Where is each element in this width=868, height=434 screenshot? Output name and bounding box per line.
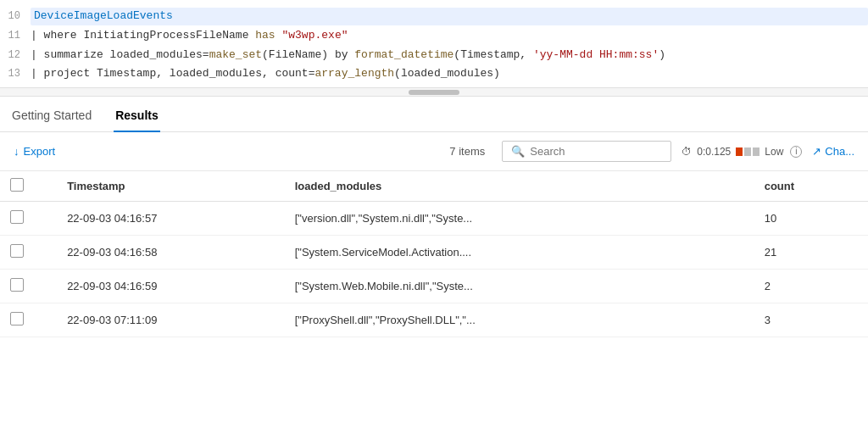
cell-count: 2 (754, 270, 868, 303)
bar-gray-1 (744, 147, 751, 156)
cell-timestamp: 22-09-03 04:16:58 (57, 236, 285, 270)
export-button[interactable]: ↓ Export (14, 145, 55, 158)
cell-modules: ["System.ServiceModel.Activation.... (285, 236, 754, 270)
search-input[interactable] (530, 145, 662, 158)
item-count: 7 items (449, 145, 485, 158)
line-content: DeviceImageLoadEvents (31, 8, 868, 25)
line-content: | project Timestamp, loaded_modules, cou… (31, 65, 868, 83)
row-checkbox[interactable] (10, 210, 24, 224)
cell-modules: ["version.dll","System.ni.dll","Syste... (285, 202, 754, 236)
timing-value: 0:0.125 (697, 146, 731, 158)
cell-count: 3 (754, 303, 868, 337)
th-loaded-modules: loaded_modules (285, 171, 754, 202)
line-number: 12 (0, 47, 31, 64)
clock-icon: ⏱ (682, 146, 692, 158)
download-icon: ↓ (14, 145, 19, 158)
scrollbar-thumb[interactable] (409, 90, 459, 95)
code-line-13: 13| project Timestamp, loaded_modules, c… (0, 64, 868, 84)
row-checkbox-cell (0, 270, 57, 303)
row-checkbox-cell (0, 202, 57, 236)
table-body: 22-09-03 04:16:57["version.dll","System.… (0, 202, 868, 337)
table-row: 22-09-03 04:16:59["System.Web.Mobile.ni.… (0, 270, 868, 303)
results-table: Timestamp loaded_modules count 22-09-03 … (0, 171, 868, 337)
row-checkbox-cell (0, 236, 57, 270)
th-count: count (754, 171, 868, 202)
line-content: | summarize loaded_modules=make_set(File… (31, 47, 868, 64)
line-number: 10 (0, 8, 31, 25)
row-checkbox[interactable] (10, 278, 24, 292)
tabs-bar: Getting StartedResults (0, 97, 868, 132)
tab-results[interactable]: Results (114, 103, 160, 132)
info-icon[interactable]: i (790, 146, 802, 158)
chart-label: Cha... (825, 145, 854, 158)
bar-orange (736, 147, 743, 156)
search-box[interactable]: 🔍 (502, 141, 671, 162)
th-checkbox (0, 171, 57, 202)
results-toolbar: ↓ Export 7 items 🔍 ⏱ 0:0.125 Low i ↗ Cha… (0, 132, 868, 171)
performance-bars (736, 147, 760, 156)
cell-timestamp: 22-09-03 07:11:09 (57, 303, 285, 337)
cell-timestamp: 22-09-03 04:16:59 (57, 270, 285, 303)
horizontal-scrollbar[interactable] (0, 88, 868, 97)
low-badge: Low (765, 146, 783, 158)
timing-info: ⏱ 0:0.125 Low i (682, 146, 802, 158)
cell-count: 10 (754, 202, 868, 236)
cell-modules: ["ProxyShell.dll","ProxyShell.DLL","... (285, 303, 754, 337)
line-number: 13 (0, 66, 31, 82)
bar-gray-2 (753, 147, 760, 156)
table-row: 22-09-03 04:16:58["System.ServiceModel.A… (0, 236, 868, 270)
cell-timestamp: 22-09-03 04:16:57 (57, 202, 285, 236)
chart-button[interactable]: ↗ Cha... (812, 145, 854, 158)
table-row: 22-09-03 04:16:57["version.dll","System.… (0, 202, 868, 236)
th-timestamp: Timestamp (57, 171, 285, 202)
code-line-10: 10DeviceImageLoadEvents (0, 7, 868, 26)
chart-icon: ↗ (812, 145, 821, 158)
cell-modules: ["System.Web.Mobile.ni.dll","Syste... (285, 270, 754, 303)
code-editor: 10DeviceImageLoadEvents11| where Initiat… (0, 0, 868, 88)
search-icon: 🔍 (511, 145, 525, 158)
code-line-11: 11| where InitiatingProcessFileName has … (0, 26, 868, 46)
code-line-12: 12| summarize loaded_modules=make_set(Fi… (0, 46, 868, 65)
line-number: 11 (0, 28, 31, 44)
table-row: 22-09-03 07:11:09["ProxyShell.dll","Prox… (0, 303, 868, 337)
header-checkbox[interactable] (10, 178, 24, 192)
line-content: | where InitiatingProcessFileName has "w… (31, 27, 868, 45)
export-label: Export (24, 145, 56, 158)
cell-count: 21 (754, 236, 868, 270)
row-checkbox[interactable] (10, 244, 24, 258)
tab-getting-started[interactable]: Getting Started (10, 103, 93, 132)
row-checkbox[interactable] (10, 312, 24, 326)
results-table-container: Timestamp loaded_modules count 22-09-03 … (0, 171, 868, 337)
row-checkbox-cell (0, 303, 57, 337)
table-header: Timestamp loaded_modules count (0, 171, 868, 202)
